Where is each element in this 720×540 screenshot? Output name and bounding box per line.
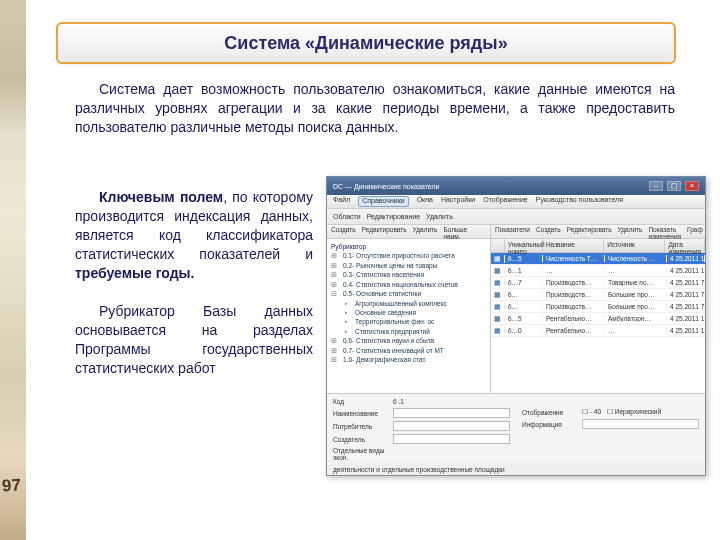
- split-panes: Создать Редактировать Удалить Больше наи…: [327, 225, 705, 393]
- grid-tb-edit[interactable]: Редактировать: [567, 226, 612, 237]
- table-row[interactable]: ▦6…Производств…Большие про…4 25.2011 7.1: [491, 289, 705, 301]
- tree-node[interactable]: 0.7- Статистика инноваций от МТ: [331, 346, 486, 355]
- cell-name: Рентабельно…: [543, 315, 605, 322]
- menu-settings[interactable]: Настройки: [441, 196, 475, 207]
- details-pane: Код 6 .1 Наименование Потребитель Создат…: [327, 393, 705, 461]
- app-screenshot: DC — Динамические показатели – ▢ × Файл …: [326, 176, 706, 476]
- cell-name: Производств…: [543, 291, 605, 298]
- grid-toolbar: Показатели Создать Редактировать Удалить…: [491, 225, 705, 239]
- body-text: Ключевым полем, по которому производится…: [75, 188, 313, 398]
- label-code: Код: [333, 398, 387, 405]
- intro-paragraph: Система дает возможность пользователю оз…: [75, 80, 675, 137]
- grid-pane: Показатели Создать Редактировать Удалить…: [491, 225, 705, 393]
- tree-tb-delete[interactable]: Удалить: [413, 226, 438, 237]
- cell-name: Численность Т…: [543, 255, 605, 262]
- close-button[interactable]: ×: [685, 181, 699, 191]
- cell-code: 6…: [505, 303, 543, 310]
- tree-node[interactable]: 0.2- Рыночные цены на товары: [331, 261, 486, 270]
- toolbar-main: Области Редактирование Удалить: [327, 209, 705, 225]
- cell-code: 6…: [505, 291, 543, 298]
- field-creator[interactable]: [393, 434, 510, 444]
- tb-delete[interactable]: Удалить: [426, 213, 453, 220]
- cell-src: …: [605, 327, 667, 334]
- label-name: Наименование: [333, 410, 387, 417]
- tree-node[interactable]: 1.0- Демографическая стат.: [331, 355, 486, 364]
- grid-tb-changes[interactable]: Показать изменения: [648, 226, 681, 237]
- table-row[interactable]: ▦6…1……4 25.2011 11.1: [491, 265, 705, 277]
- label-spec: Отдельные виды экон.: [333, 447, 387, 461]
- table-row[interactable]: ▦6…0Рентабельно……4 25.2011 17.15: [491, 325, 705, 337]
- cell-name: Производств…: [543, 303, 605, 310]
- cell-src: Численность …: [605, 255, 667, 262]
- tree-node-open[interactable]: 0.5- Основные статистики: [331, 289, 486, 298]
- table-row[interactable]: ▦6…7Производств…Товарные по…4 25.2011 7.…: [491, 277, 705, 289]
- cell-date: 4 25.2011 7.3: [667, 303, 705, 310]
- cell-date: 4 25.2011 11.1: [667, 267, 705, 274]
- table-row[interactable]: ▦6…Производств…Большие про…4 25.2011 7.3: [491, 301, 705, 313]
- menu-view[interactable]: Отображение: [483, 196, 528, 207]
- table-row[interactable]: ▦6…5Рентабельно…Амбулаторн…4 25.2011 17.…: [491, 313, 705, 325]
- tree-tb-more[interactable]: Больше наим.: [443, 226, 486, 237]
- tree-toolbar: Создать Редактировать Удалить Больше наи…: [327, 225, 490, 239]
- col-id[interactable]: Уникальный номер: [505, 239, 543, 252]
- window-titlebar: DC — Динамические показатели – ▢ ×: [327, 177, 705, 195]
- tree-node[interactable]: 0.6- Статистика науки и сбыта: [331, 336, 486, 345]
- tree-tb-edit[interactable]: Редактировать: [362, 226, 407, 237]
- chk-hier[interactable]: ☐ Иерархический: [607, 408, 661, 416]
- decor-number: 97: [1, 476, 21, 497]
- label-consumer: Потребитель: [333, 423, 387, 430]
- col-name[interactable]: Название: [543, 239, 604, 252]
- tree-subnode[interactable]: Основные сведения: [331, 308, 486, 317]
- menu-windows[interactable]: Окна: [417, 196, 433, 207]
- code-value: 6 .1: [393, 398, 404, 405]
- cell-date: 4 25.2011 17.15: [667, 327, 705, 334]
- cell-date: 4 25.2011 17.13: [667, 315, 705, 322]
- minimize-button[interactable]: –: [649, 181, 663, 191]
- grid-tb-delete[interactable]: Удалить: [618, 226, 643, 237]
- tree-subnode[interactable]: Территориальные фин. ос: [331, 317, 486, 326]
- chk-40[interactable]: ☐ - 40: [582, 408, 601, 416]
- grid-tb-indicators[interactable]: Показатели: [495, 226, 530, 237]
- maximize-button[interactable]: ▢: [667, 181, 681, 191]
- field-name[interactable]: [393, 408, 510, 418]
- tree-node[interactable]: 0.4- Статистика национальных счетов: [331, 280, 486, 289]
- cell-src: Товарные по…: [605, 279, 667, 286]
- rubricator-tree[interactable]: Рубрикатор 0.1- Отсутствие приростного р…: [327, 239, 490, 367]
- menubar: Файл Справочники Окна Настройки Отображе…: [327, 195, 705, 209]
- tree-subnode[interactable]: Агропромышленный комплекс: [331, 299, 486, 308]
- label-creator: Создатель: [333, 436, 387, 443]
- paragraph-2: Рубрикатор Базы данных основывается на р…: [75, 302, 313, 378]
- row-icon: ▦: [491, 267, 505, 275]
- slide-left-decor: 97: [0, 0, 26, 540]
- col-date[interactable]: Дата изменения: [665, 239, 705, 252]
- grid-tb-graph[interactable]: Граф: [687, 226, 703, 237]
- field-info[interactable]: [582, 419, 699, 429]
- row-icon: ▦: [491, 279, 505, 287]
- row-icon: ▦: [491, 255, 505, 263]
- cell-date: 4 25.2011 11.25: [667, 255, 705, 262]
- tb-edit[interactable]: Редактирование: [367, 213, 420, 220]
- tree-node[interactable]: 0.1- Отсутствие приростного расчета: [331, 251, 486, 260]
- cell-src: Большие про…: [605, 291, 667, 298]
- menu-reference[interactable]: Справочники: [358, 196, 408, 207]
- footer-text: деятельности и отдельные производственны…: [333, 466, 505, 473]
- table-row[interactable]: ▦6…5Численность Т…Численность …4 25.2011…: [491, 253, 705, 265]
- tree-subnode[interactable]: Статистика предприятий: [331, 327, 486, 336]
- cell-code: 6…1: [505, 267, 543, 274]
- tree-tb-create[interactable]: Создать: [331, 226, 356, 237]
- menu-help[interactable]: Руководство пользователя: [536, 196, 623, 207]
- cell-name: Производств…: [543, 279, 605, 286]
- window-controls: – ▢ ×: [647, 181, 699, 191]
- menu-file[interactable]: Файл: [333, 196, 350, 207]
- col-src[interactable]: Источник: [604, 239, 665, 252]
- grid-tb-create[interactable]: Создать: [536, 226, 561, 237]
- cell-code: 6…0: [505, 327, 543, 334]
- cell-code: 6…5: [505, 255, 543, 262]
- grid-body: ▦6…5Численность Т…Численность …4 25.2011…: [491, 253, 705, 337]
- tree-node[interactable]: 0.3- Статистика населения: [331, 270, 486, 279]
- window-title-text: DC — Динамические показатели: [333, 183, 439, 190]
- field-consumer[interactable]: [393, 421, 510, 431]
- tb-areas[interactable]: Области: [333, 213, 361, 220]
- label-view: Отображение: [522, 409, 576, 416]
- tree-root[interactable]: Рубрикатор: [331, 242, 486, 251]
